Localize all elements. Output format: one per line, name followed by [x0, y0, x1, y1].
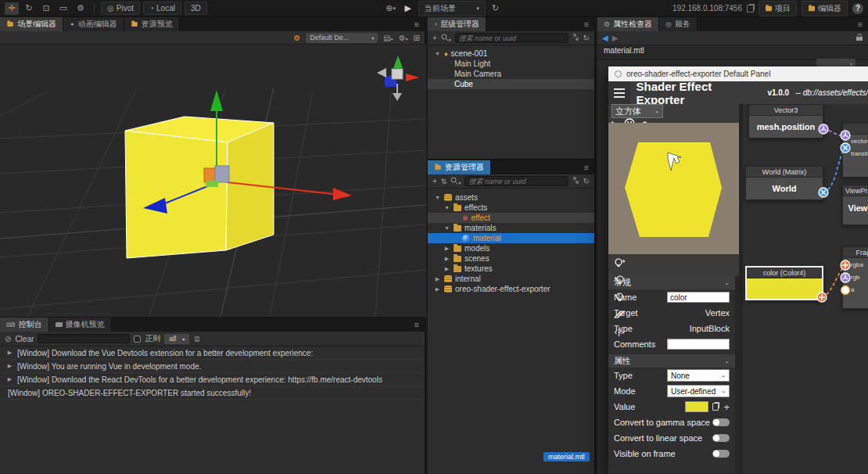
- asset-row-materials[interactable]: ▼materials: [428, 223, 594, 233]
- hamburger-menu-icon[interactable]: [608, 81, 630, 104]
- grid-toggle-icon[interactable]: ⊞: [414, 34, 420, 42]
- node-world[interactable]: World (Matrix) World: [745, 166, 823, 200]
- name-input[interactable]: [667, 292, 730, 303]
- console-menu-icon[interactable]: ≡: [409, 318, 425, 332]
- panel-menu-icon[interactable]: ≡: [409, 17, 425, 31]
- hierarchy-menu-icon[interactable]: ≡: [579, 17, 594, 31]
- tab-animation-editor[interactable]: ✦动画编辑器: [63, 17, 124, 31]
- node-transform[interactable]: vector transfo: [842, 123, 868, 178]
- expand-log-icon[interactable]: ▶: [6, 363, 13, 369]
- clear-icon[interactable]: ⊘: [5, 335, 11, 343]
- asset-row-effects[interactable]: ▼effects: [428, 203, 594, 213]
- rect-tool-icon[interactable]: ▭: [56, 2, 70, 15]
- expand-log-icon[interactable]: ▶: [6, 350, 13, 356]
- add-asset-icon[interactable]: +: [432, 177, 437, 185]
- node-color[interactable]: color (Color4): [745, 266, 823, 300]
- tab-assets[interactable]: 资源管理器: [428, 160, 491, 174]
- tab-console[interactable]: ⌨控制台: [0, 318, 49, 332]
- tab-inspector[interactable]: ⚙属性检查器: [597, 17, 659, 31]
- log-row[interactable]: ▶[Window] Download the React DevTools fo…: [0, 373, 425, 386]
- log-row[interactable]: ▶[Window] Download the Vue Devtools exte…: [0, 347, 425, 360]
- linear-toggle[interactable]: [712, 434, 730, 442]
- node-vector3[interactable]: Vector3 mesh.position: [748, 104, 823, 138]
- visible-toggle[interactable]: [712, 450, 730, 458]
- open-editor-button[interactable]: 编辑器: [802, 1, 848, 16]
- search-type-icon[interactable]: ▾: [441, 34, 451, 43]
- refresh-scene-icon[interactable]: ↻: [489, 2, 503, 15]
- asset-row-scenes[interactable]: ▶scenes: [428, 253, 594, 264]
- copy-value-icon[interactable]: [712, 403, 719, 411]
- export-log-icon[interactable]: 🗎: [193, 335, 201, 343]
- local-button[interactable]: ◔Local: [143, 2, 181, 15]
- hierarchy-refresh-icon[interactable]: ↻: [583, 34, 590, 42]
- log-row[interactable]: [Window] OREO-SHADER-EFFECT-EXPORTER sta…: [0, 386, 425, 400]
- tree-node-main-camera[interactable]: Main Camera: [428, 69, 594, 79]
- node-graph[interactable]: Vector3 mesh.position vector transfo Wor…: [739, 104, 868, 474]
- viewport-settings-icon[interactable]: ⚙▾: [399, 34, 408, 42]
- history-forward-icon[interactable]: ▶: [612, 34, 619, 42]
- asset-row-material[interactable]: material: [428, 233, 594, 243]
- play-button[interactable]: ▶: [401, 2, 415, 15]
- section-attributes[interactable]: 属性⌄: [608, 354, 735, 368]
- assets-search-input[interactable]: [464, 176, 568, 186]
- 3d-toggle-button[interactable]: 3D: [185, 2, 207, 15]
- help-button[interactable]: ?: [852, 3, 863, 14]
- asset-row-models[interactable]: ▶models: [428, 243, 594, 253]
- attr-type-select[interactable]: None⌄: [667, 369, 730, 382]
- scene-select-dropdown[interactable]: 当前场景▾: [418, 1, 486, 16]
- move-tool-icon[interactable]: ✛: [5, 2, 19, 15]
- clear-label[interactable]: Clear: [15, 335, 34, 343]
- gizmo-settings-icon[interactable]: ⚙: [74, 2, 88, 15]
- asset-row-effect[interactable]: ✻effect: [428, 213, 594, 223]
- preview-shape-dropdown[interactable]: 立方体⌄: [612, 104, 663, 118]
- add-value-icon[interactable]: +: [723, 401, 730, 413]
- pivot-button[interactable]: ◎Pivot: [101, 2, 140, 15]
- tab-asset-preview[interactable]: 资源预览: [124, 17, 180, 31]
- log-row[interactable]: ▶[Window] You are running Vue in develop…: [0, 360, 425, 373]
- section-general[interactable]: 常规⌄: [608, 276, 735, 289]
- tab-camera-preview[interactable]: 摄像机预览: [49, 318, 112, 332]
- color-swatch[interactable]: [685, 401, 708, 412]
- assets-refresh-icon[interactable]: ↻: [583, 177, 590, 185]
- expand-log-icon[interactable]: ▶: [6, 376, 13, 382]
- scale-tool-icon[interactable]: ⊡: [39, 2, 53, 15]
- shader-preview[interactable]: [608, 123, 739, 254]
- asset-row-oreo-exporter[interactable]: ▶oreo-shader-effect-exporter: [428, 284, 594, 294]
- asset-row-textures[interactable]: ▶textures: [428, 264, 594, 274]
- collapse-all-icon[interactable]: [572, 34, 579, 42]
- node-viewproj[interactable]: ViewPr View: [842, 185, 868, 225]
- tree-node-scene[interactable]: ▼♦scene-001: [428, 48, 594, 59]
- rotate-tool-icon[interactable]: ↻: [22, 2, 36, 15]
- history-back-icon[interactable]: ◀: [602, 34, 608, 42]
- open-project-button[interactable]: 项目: [759, 1, 797, 16]
- tab-scene-editor[interactable]: 场景编辑器: [0, 17, 63, 31]
- asset-row-internal[interactable]: ▶internal: [428, 274, 594, 284]
- regex-checkbox[interactable]: [134, 336, 141, 343]
- console-filter-input[interactable]: [38, 334, 130, 343]
- search-type-icon[interactable]: ▾: [450, 177, 461, 186]
- inspector-menu-icon[interactable]: ≡: [852, 17, 868, 31]
- device-dropdown[interactable]: Default De...▾: [306, 33, 378, 43]
- camera-view-dropdown-icon[interactable]: ▤▾: [383, 34, 393, 42]
- sort-assets-icon[interactable]: ⇅: [441, 178, 447, 185]
- mode-select[interactable]: User-defined⌄: [667, 385, 730, 397]
- lock-icon[interactable]: [855, 33, 863, 43]
- copy-address-icon[interactable]: [747, 5, 754, 13]
- hierarchy-search-input[interactable]: [455, 33, 569, 43]
- asset-row-assets[interactable]: ▼assets: [428, 192, 594, 203]
- light-follow-icon[interactable]: [611, 254, 628, 271]
- node-frag[interactable]: Frag rgba rgb a: [842, 246, 868, 309]
- gizmo-gear-icon[interactable]: ⚙: [293, 34, 300, 42]
- tree-node-cube[interactable]: Cube: [428, 79, 594, 89]
- preview-browser-icon[interactable]: ⊕▾: [384, 2, 398, 15]
- viewport-3d[interactable]: [0, 45, 426, 317]
- gamma-toggle[interactable]: [712, 418, 730, 426]
- tab-hierarchy[interactable]: ⫞层级管理器: [428, 17, 486, 31]
- add-node-icon[interactable]: +: [432, 34, 437, 42]
- tree-node-main-light[interactable]: Main Light: [428, 59, 594, 69]
- tab-services[interactable]: ◎服务: [659, 17, 698, 31]
- collapse-all-icon[interactable]: [572, 177, 579, 185]
- log-level-dropdown[interactable]: all▾: [164, 334, 189, 344]
- comments-input[interactable]: [667, 339, 730, 350]
- assets-menu-icon[interactable]: ≡: [579, 160, 594, 174]
